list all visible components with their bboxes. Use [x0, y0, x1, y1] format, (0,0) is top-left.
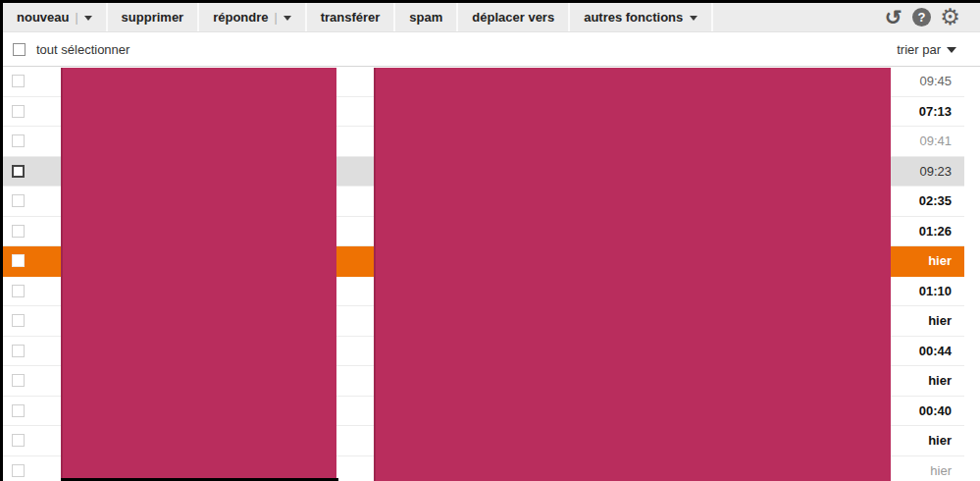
chevron-down-icon [947, 47, 956, 53]
toolbar-button-spam[interactable]: spam [395, 3, 458, 31]
chevron-down-icon [284, 16, 291, 21]
toolbar-icons: ↺?⚙ [883, 3, 980, 31]
row-time: hier [928, 253, 964, 268]
button-divider: | [75, 11, 77, 25]
chevron-down-icon [690, 16, 697, 21]
row-checkbox[interactable] [12, 134, 25, 147]
row-checkbox[interactable] [12, 314, 25, 327]
row-time: hier [928, 373, 964, 388]
settings-icon[interactable]: ⚙ [940, 7, 960, 27]
toolbar-button-label: transférer [321, 10, 381, 25]
chevron-down-icon [84, 16, 92, 21]
toolbar: nouveau | supprimer répondre | transfére… [3, 3, 980, 32]
toolbar-button-label: supprimer [122, 10, 184, 25]
redaction-block-1 [61, 68, 336, 478]
button-divider: | [275, 11, 278, 25]
row-checkbox[interactable] [12, 285, 25, 297]
window-border-left [0, 0, 3, 481]
toolbar-button-nouveau[interactable]: nouveau | [3, 3, 108, 31]
row-time: 07:13 [919, 104, 964, 119]
row-time: 09:45 [919, 74, 964, 88]
row-checkbox[interactable] [12, 105, 25, 118]
row-time: 01:26 [919, 224, 964, 239]
row-time: 00:44 [919, 344, 964, 358]
webmail-window: nouveau | supprimer répondre | transfére… [0, 0, 980, 481]
toolbar-button-label: répondre [213, 10, 268, 25]
row-time: 00:40 [919, 403, 964, 418]
toolbar-button-autres-fonctions[interactable]: autres fonctions [570, 3, 713, 31]
row-checkbox[interactable] [12, 75, 25, 87]
toolbar-button-supprimer[interactable]: supprimer [108, 3, 200, 31]
row-checkbox[interactable] [12, 165, 25, 178]
window-border-top [0, 0, 980, 3]
row-checkbox[interactable] [12, 404, 25, 417]
row-time: hier [928, 433, 964, 448]
row-time: 02:35 [919, 193, 964, 208]
row-time: 01:10 [919, 284, 964, 298]
toolbar-button-transferer[interactable]: transférer [307, 3, 396, 31]
filter-bar: tout sélectionner trier par [3, 32, 980, 67]
refresh-icon[interactable]: ↺ [883, 7, 903, 27]
row-time: 09:23 [919, 164, 964, 179]
sort-by-label: trier par [897, 42, 941, 57]
toolbar-buttons: nouveau | supprimer répondre | transfére… [3, 3, 713, 31]
select-all-label: tout sélectionner [36, 42, 129, 57]
row-time: hier [930, 463, 964, 478]
toolbar-button-label: spam [409, 10, 442, 25]
toolbar-button-label: autres fonctions [584, 10, 683, 25]
row-time: 09:41 [919, 134, 964, 148]
help-icon[interactable]: ? [912, 8, 931, 27]
toolbar-button-label: déplacer vers [472, 10, 554, 25]
row-checkbox[interactable] [12, 225, 25, 238]
row-checkbox[interactable] [12, 254, 25, 267]
row-time: hier [928, 313, 964, 328]
toolbar-button-deplacer-vers[interactable]: déplacer vers [458, 3, 570, 31]
row-checkbox[interactable] [12, 434, 25, 447]
redaction-block-2 [374, 68, 891, 481]
sort-by-button[interactable]: trier par [897, 42, 980, 57]
toolbar-button-repondre[interactable]: répondre | [199, 3, 306, 31]
row-checkbox[interactable] [12, 345, 25, 357]
row-checkbox[interactable] [12, 194, 25, 207]
row-checkbox[interactable] [12, 374, 25, 387]
select-all-checkbox[interactable] [13, 43, 26, 56]
toolbar-button-label: nouveau [17, 10, 69, 25]
row-checkbox[interactable] [12, 464, 25, 477]
